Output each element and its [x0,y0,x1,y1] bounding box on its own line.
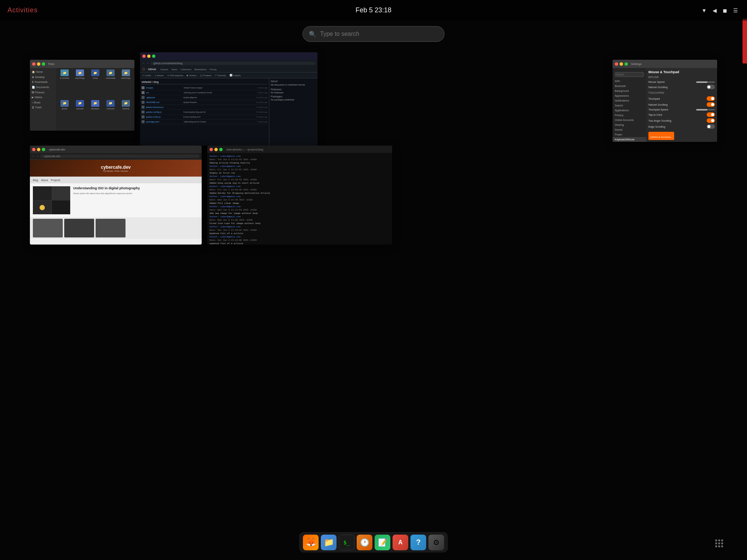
table-row[interactable]: .gitignore Update gitignore 5 months ago [142,95,267,100]
activities-button[interactable]: Activities [7,6,38,14]
settings-item-bluetooth[interactable]: Bluetooth [613,84,646,88]
thumb-item[interactable] [96,219,125,237]
settings-item-keyboard[interactable]: Keyboard/Mouse [613,137,646,142]
touchpad-speed-slider[interactable] [696,109,715,111]
tap-click-toggle[interactable] [707,112,715,117]
forward-icon[interactable]: → [146,62,149,65]
dock-files[interactable]: 📁 [321,535,337,550]
menu-icon[interactable]: ☰ [732,7,740,14]
app-grid-button[interactable] [714,538,725,549]
github-nav-collections[interactable]: Collections [180,68,191,71]
window-filemanager[interactable]: Files 🏠 Home 🖥 Desktop ⬇ Downloads 📄 Doc… [30,60,134,131]
mouse-speed-slider[interactable] [696,81,715,83]
settings-item-sharing[interactable]: Sharing [613,122,646,127]
min-btn[interactable] [147,55,151,58]
github-issues-tab[interactable]: ⚠ Issues [155,74,164,77]
max-btn[interactable] [42,62,45,66]
dock-settings[interactable]: ⚙ [428,535,444,550]
blog-menu-item[interactable]: Blog [33,179,38,181]
github-nav-explore[interactable]: Explore [161,68,168,71]
table-row[interactable]: README.md Update Readme 5 months ago [142,100,267,105]
dock-timeshift[interactable]: 🕐 [357,535,372,550]
fm-sidebar-videos[interactable]: ▶ Videos [30,95,56,100]
max-btn[interactable] [624,62,628,66]
fm-sidebar-home[interactable]: 🏠 Home [30,69,56,75]
list-item[interactable]: 📁 personal [73,100,87,130]
dock-textedit[interactable]: 📝 [375,535,390,550]
blog-menu-item[interactable]: About [41,179,48,181]
two-finger-toggle[interactable] [707,118,715,123]
audio-icon[interactable]: ◀ [711,7,718,14]
dock-arc[interactable]: A [393,535,408,550]
list-item[interactable]: 📁 photos [58,100,72,130]
close-btn[interactable] [142,55,146,58]
close-btn[interactable] [32,148,35,151]
settings-item-notifications[interactable]: Notifications [613,98,646,103]
natural-scrolling-toggle[interactable] [707,85,715,89]
blog-menu-item[interactable]: Projects [51,179,60,181]
max-btn[interactable] [42,148,45,151]
fm-sidebar-downloads[interactable]: ⬇ Downloads [30,80,56,85]
settings-search-input[interactable] [615,72,644,77]
max-btn[interactable] [152,55,155,58]
fm-sidebar-music[interactable]: ♪ Music [30,100,56,105]
table-row[interactable]: gatsby-browser.js 7 months ago [142,105,267,110]
list-item[interactable]: 📁 & montréal [58,69,72,99]
settings-item-appearance[interactable]: Appearance [613,93,646,98]
window-blog[interactable]: cybercafe.dev ← → cybercafe.dev cybercaf… [30,146,202,245]
close-btn[interactable] [615,62,618,66]
blog-url-bar[interactable]: cybercafe.dev [40,155,199,158]
github-pr-tab[interactable]: ⊶ Pull requests [167,74,183,77]
fm-sidebar-trash[interactable]: 🗑 Trash [30,105,56,110]
max-btn[interactable] [219,148,223,151]
github-nav-pricing[interactable]: Pricing [210,68,216,71]
edge-scrolling-toggle[interactable] [707,124,715,129]
table-row[interactable]: gatsby-config.js Create gatsby blog post… [142,110,267,115]
network-icon[interactable]: ▼ [700,7,708,14]
table-row[interactable]: package.json added blog post for Gatsby … [142,119,267,124]
dock-firefox[interactable]: 🦊 [303,535,319,550]
github-nav-marketplace[interactable]: Marketplace [195,68,207,71]
settings-item-privacy[interactable]: Privacy [613,113,646,118]
settings-item-online[interactable]: Online Accounts [613,118,646,122]
touchpad-natural-toggle[interactable] [707,102,715,107]
github-insights-tab[interactable]: 📊 Insights [230,74,241,77]
window-settings[interactable]: Settings WiFi Bluetooth Background Appea… [613,60,717,142]
list-item[interactable]: 📁 david forge [119,69,133,99]
window-github[interactable]: ← → github.com/stefank0/blog ⬡ GitHub Ex… [140,52,317,146]
settings-item-sound[interactable]: Sound [613,127,646,132]
fm-sidebar-pics[interactable]: 🖼 Pictures [30,90,56,95]
settings-item-wifi[interactable]: WiFi [613,79,646,84]
list-item[interactable]: 📁 university [103,100,118,130]
github-projects-tab[interactable]: ◫ Projects [200,74,211,77]
search-input[interactable] [320,31,438,37]
table-row[interactable]: images Added Frames images 6 hours ago [142,85,267,90]
settings-item-search[interactable]: Search [613,103,646,108]
table-row[interactable]: gatsby-node.js Correct spelling error 5 … [142,115,267,119]
min-btn[interactable] [214,148,218,151]
window-terminal[interactable]: darko@darko — ~/projects/blog Author: cy… [207,146,392,245]
list-item[interactable]: 📁 psychology [73,69,87,99]
close-btn[interactable] [210,148,213,151]
close-btn[interactable] [32,62,35,66]
github-actions-tab[interactable]: ▶ Actions [187,74,196,77]
list-item[interactable]: 📁 developer [88,100,102,130]
blog-nav-back[interactable]: ← [32,155,35,158]
list-item[interactable]: 📁 cheap [88,69,102,99]
table-row[interactable]: src Add blog post in markdown format 6 h… [142,90,267,95]
thumb-item[interactable] [64,219,94,237]
min-btn[interactable] [37,148,40,151]
dock-help[interactable]: ? [410,535,426,550]
back-icon[interactable]: ← [142,62,145,65]
battery-icon[interactable]: ◼ [721,7,729,14]
blog-nav-forward[interactable]: → [36,155,39,158]
settings-item-apps[interactable]: Applications [613,108,646,113]
touchpad-toggle[interactable] [707,96,715,101]
settings-item-background[interactable]: Background [613,88,646,93]
additional-touchpad-button[interactable]: Additional Touchpad... [648,132,674,140]
list-item[interactable]: 📁 learning [119,100,133,130]
fm-sidebar-docs[interactable]: 📄 Documents [30,85,56,90]
github-code-tab[interactable]: <> Code [142,74,151,77]
fm-sidebar-desktop[interactable]: 🖥 Desktop [30,75,56,80]
settings-search[interactable] [613,69,646,78]
